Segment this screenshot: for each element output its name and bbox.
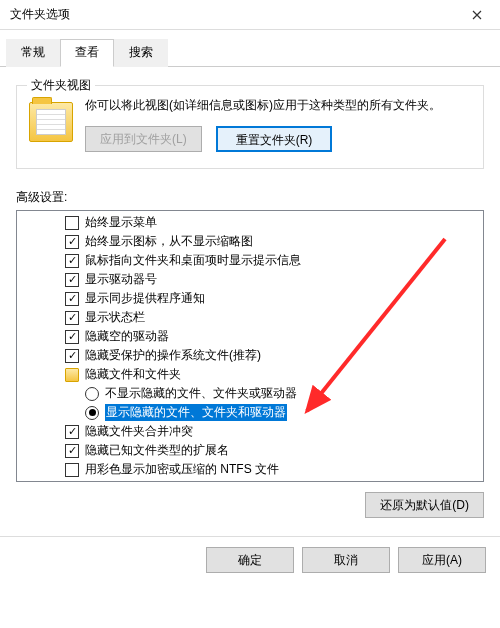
checkbox-icon	[65, 273, 79, 287]
checkbox-icon	[65, 425, 79, 439]
advanced-settings-label: 高级设置:	[16, 189, 484, 206]
tree-folder[interactable]: 隐藏文件和文件夹	[17, 365, 483, 384]
checkbox-icon	[65, 254, 79, 268]
close-button[interactable]	[454, 0, 500, 30]
tree-checkbox-option[interactable]: 鼠标指向文件夹和桌面项时显示提示信息	[17, 251, 483, 270]
tree-checkbox-option[interactable]: 显示状态栏	[17, 308, 483, 327]
folder-views-legend: 文件夹视图	[27, 77, 95, 94]
option-label: 始终显示菜单	[85, 214, 157, 231]
checkbox-icon	[65, 330, 79, 344]
title-bar: 文件夹选项	[0, 0, 500, 30]
tree-checkbox-option[interactable]: 隐藏文件夹合并冲突	[17, 422, 483, 441]
apply-to-folders-button[interactable]: 应用到文件夹(L)	[85, 126, 202, 152]
checkbox-icon	[65, 292, 79, 306]
option-label: 隐藏已知文件类型的扩展名	[85, 442, 229, 459]
checkbox-icon	[65, 349, 79, 363]
option-label: 隐藏文件夹合并冲突	[85, 423, 193, 440]
option-label: 始终显示图标，从不显示缩略图	[85, 233, 253, 250]
folder-views-description: 你可以将此视图(如详细信息或图标)应用于这种类型的所有文件夹。	[85, 96, 471, 114]
ok-button[interactable]: 确定	[206, 547, 294, 573]
option-label: 鼠标指向文件夹和桌面项时显示提示信息	[85, 252, 301, 269]
tab-view[interactable]: 查看	[60, 39, 114, 67]
tab-general[interactable]: 常规	[6, 39, 60, 67]
folder-views-group: 文件夹视图 你可以将此视图(如详细信息或图标)应用于这种类型的所有文件夹。 应用…	[16, 85, 484, 169]
dialog-buttons: 确定 取消 应用(A)	[0, 537, 500, 585]
tab-search[interactable]: 搜索	[114, 39, 168, 67]
radio-icon	[85, 406, 99, 420]
checkbox-icon	[65, 463, 79, 477]
option-label: 显示同步提供程序通知	[85, 290, 205, 307]
checkbox-icon	[65, 235, 79, 249]
option-label: 隐藏受保护的操作系统文件(推荐)	[85, 347, 261, 364]
option-label: 显示隐藏的文件、文件夹和驱动器	[105, 404, 287, 421]
tree-checkbox-option[interactable]: 始终显示菜单	[17, 213, 483, 232]
tree-checkbox-option[interactable]: 始终显示图标，从不显示缩略图	[17, 232, 483, 251]
content-area: 文件夹视图 你可以将此视图(如详细信息或图标)应用于这种类型的所有文件夹。 应用…	[0, 67, 500, 518]
option-label: 不显示隐藏的文件、文件夹或驱动器	[105, 385, 297, 402]
tree-radio-option[interactable]: 不显示隐藏的文件、文件夹或驱动器	[17, 384, 483, 403]
tree-checkbox-option[interactable]: 显示驱动器号	[17, 270, 483, 289]
tree-radio-option[interactable]: 显示隐藏的文件、文件夹和驱动器	[17, 403, 483, 422]
option-label: 隐藏空的驱动器	[85, 328, 169, 345]
reset-folders-button[interactable]: 重置文件夹(R)	[216, 126, 333, 152]
restore-defaults-button[interactable]: 还原为默认值(D)	[365, 492, 484, 518]
advanced-settings-tree[interactable]: 始终显示菜单始终显示图标，从不显示缩略图鼠标指向文件夹和桌面项时显示提示信息显示…	[16, 210, 484, 482]
folder-icon	[65, 368, 79, 382]
tree-checkbox-option[interactable]: 用彩色显示加密或压缩的 NTFS 文件	[17, 460, 483, 479]
checkbox-icon	[65, 444, 79, 458]
tree-checkbox-option[interactable]: 隐藏已知文件类型的扩展名	[17, 441, 483, 460]
tree-checkbox-option[interactable]: 显示同步提供程序通知	[17, 289, 483, 308]
option-label: 隐藏文件和文件夹	[85, 366, 181, 383]
tree-checkbox-option[interactable]: 隐藏空的驱动器	[17, 327, 483, 346]
option-label: 显示状态栏	[85, 309, 145, 326]
apply-button[interactable]: 应用(A)	[398, 547, 486, 573]
option-label: 用彩色显示加密或压缩的 NTFS 文件	[85, 461, 279, 478]
radio-icon	[85, 387, 99, 401]
tree-checkbox-option[interactable]: 隐藏受保护的操作系统文件(推荐)	[17, 346, 483, 365]
option-label: 显示驱动器号	[85, 271, 157, 288]
window-title: 文件夹选项	[10, 6, 454, 23]
checkbox-icon	[65, 216, 79, 230]
close-icon	[472, 10, 482, 20]
checkbox-icon	[65, 311, 79, 325]
tab-strip: 常规 查看 搜索	[0, 30, 500, 67]
cancel-button[interactable]: 取消	[302, 547, 390, 573]
folder-icon	[29, 102, 73, 142]
